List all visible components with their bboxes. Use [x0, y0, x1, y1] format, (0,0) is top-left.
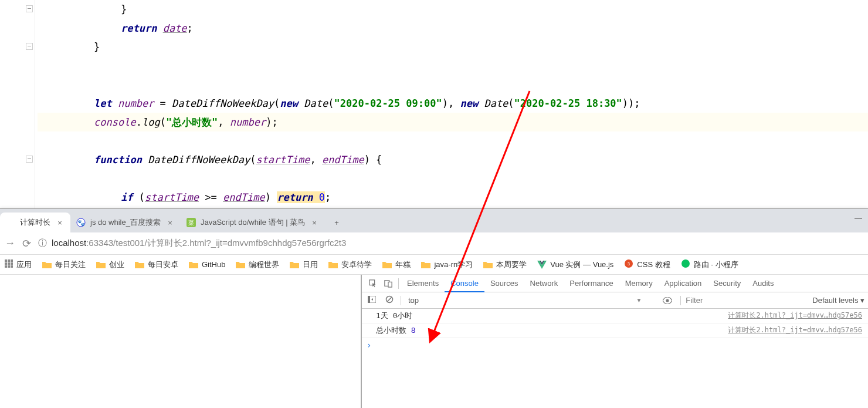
console-sidebar-toggle-icon[interactable] — [365, 296, 378, 305]
reload-button[interactable]: ⟳ — [22, 237, 31, 250]
bookmark-item[interactable]: 每日安卓 — [135, 259, 178, 270]
tab-title: JavaScript do/while 语句 | 菜鸟 — [201, 217, 305, 228]
folder-icon — [483, 261, 493, 268]
svg-point-24 — [666, 299, 669, 302]
devtools-tab-application[interactable]: Application — [659, 275, 708, 292]
code-body[interactable]: }return date;}let number = DateDiffNoWee… — [38, 0, 868, 208]
bookmark-label: 每日安卓 — [148, 259, 178, 270]
bookmark-item[interactable]: 3CSS 教程 — [624, 259, 670, 270]
browser-tab[interactable]: 🐾js do while_百度搜索× — [70, 213, 181, 232]
device-toggle-icon[interactable] — [381, 279, 396, 288]
code-line[interactable] — [38, 75, 868, 94]
code-editor[interactable]: }return date;}let number = DateDiffNoWee… — [0, 0, 868, 208]
devtools-tab-network[interactable]: Network — [524, 275, 564, 292]
tab-title: 计算时长 — [20, 217, 50, 228]
bookmark-item[interactable]: 路由 · 小程序 — [681, 259, 738, 270]
live-expression-icon[interactable] — [663, 297, 676, 304]
bookmark-label: 每日关注 — [55, 259, 86, 270]
inspect-icon[interactable] — [365, 279, 381, 288]
console-row[interactable]: 总小时数 8计算时长2.html?_ijt=dmvv…hdg57e56 — [362, 323, 868, 338]
bookmark-item[interactable]: 应用 — [5, 259, 32, 270]
folder-icon — [290, 261, 299, 268]
bookmark-item[interactable]: 创业 — [96, 259, 124, 270]
fold-marker-icon[interactable] — [26, 156, 33, 163]
code-line[interactable] — [38, 131, 868, 150]
devtools-panel: ElementsConsoleSourcesNetworkPerformance… — [361, 275, 868, 408]
editor-gutter — [0, 0, 35, 208]
tab-title: js do while_百度搜索 — [90, 217, 161, 228]
wechat-icon — [681, 259, 690, 270]
devtools-tab-audits[interactable]: Audits — [747, 275, 779, 292]
devtools-tab-security[interactable]: Security — [707, 275, 747, 292]
folder-icon — [421, 261, 430, 268]
browser-tab[interactable]: 计算时长× — [0, 213, 70, 232]
svg-rect-5 — [5, 259, 7, 262]
code-line[interactable]: } — [38, 38, 868, 56]
bookmark-item[interactable]: 年糕 — [382, 259, 411, 270]
svg-rect-12 — [8, 265, 10, 268]
bookmark-item[interactable]: 本周要学 — [483, 259, 527, 270]
site-info-icon[interactable]: ⓘ — [38, 238, 47, 249]
fold-marker-icon[interactable] — [26, 43, 33, 50]
window-controls: — — [855, 214, 862, 222]
apps-icon — [5, 259, 13, 269]
bookmarks-bar: 应用每日关注创业每日安卓GitHub编程世界日用安卓待学年糕java-rn学习本… — [0, 255, 868, 275]
console-source-link[interactable]: 计算时长2.html?_ijt=dmvv…hdg57e56 — [728, 311, 862, 321]
console-source-link[interactable]: 计算时长2.html?_ijt=dmvv…hdg57e56 — [728, 325, 862, 336]
execution-context[interactable]: top — [406, 296, 421, 305]
context-dropdown-icon[interactable]: ▼ — [636, 297, 642, 304]
devtools-tab-performance[interactable]: Performance — [564, 275, 619, 292]
filter-input[interactable] — [686, 296, 803, 305]
folder-icon — [135, 261, 144, 268]
bookmark-item[interactable]: 安卓待学 — [328, 259, 372, 270]
code-line[interactable]: console.log("总小时数", number); — [38, 113, 868, 131]
bookmark-item[interactable]: GitHub — [189, 260, 225, 269]
close-tab-icon[interactable]: × — [165, 218, 175, 227]
browser-toolbar: → ⟳ ⓘ localhost:63343/test001/计算时长2.html… — [0, 232, 868, 255]
bookmark-item[interactable]: java-rn学习 — [421, 259, 473, 270]
devtools-tab-sources[interactable]: Sources — [484, 275, 524, 292]
console-output[interactable]: 1天 0小时计算时长2.html?_ijt=dmvv…hdg57e56总小时数 … — [362, 309, 868, 408]
bookmark-item[interactable]: Vue 实例 — Vue.js — [537, 259, 613, 270]
svg-rect-13 — [11, 265, 13, 268]
code-line[interactable]: if (startTime >= endTime) return 0; — [38, 188, 868, 207]
code-line[interactable] — [38, 56, 868, 75]
bookmark-label: 安卓待学 — [341, 259, 372, 270]
folder-icon — [42, 261, 52, 268]
code-line[interactable] — [38, 169, 868, 188]
svg-rect-19 — [388, 282, 392, 287]
devtools-tab-elements[interactable]: Elements — [401, 275, 445, 292]
close-tab-icon[interactable]: × — [55, 218, 65, 227]
forward-button[interactable]: → — [5, 237, 15, 249]
code-line[interactable]: } — [38, 0, 868, 19]
fold-marker-icon[interactable] — [26, 5, 33, 12]
console-row[interactable]: 1天 0小时计算时长2.html?_ijt=dmvv…hdg57e56 — [362, 309, 868, 323]
svg-point-16 — [681, 259, 690, 268]
svg-rect-9 — [8, 262, 10, 265]
log-levels-dropdown[interactable]: Default levels ▾ — [812, 296, 864, 305]
address-bar[interactable]: ⓘ localhost:63343/test001/计算时长2.html?_ij… — [38, 235, 863, 252]
close-tab-icon[interactable]: × — [310, 218, 319, 227]
bookmark-label: Vue 实例 — Vue.js — [550, 259, 613, 270]
browser-tab[interactable]: 菜JavaScript do/while 语句 | 菜鸟× — [181, 213, 325, 232]
devtools-tabbar: ElementsConsoleSourcesNetworkPerformance… — [362, 275, 868, 292]
code-line[interactable]: return date; — [38, 19, 868, 38]
bookmark-label: 本周要学 — [496, 259, 527, 270]
devtools-tab-memory[interactable]: Memory — [619, 275, 659, 292]
devtools-tab-console[interactable]: Console — [445, 275, 484, 292]
bookmark-item[interactable]: 每日关注 — [42, 259, 86, 270]
clear-console-icon[interactable] — [383, 295, 396, 305]
code-line[interactable]: function DateDiffNoWeekDay(startTime, en… — [38, 150, 868, 169]
console-prompt[interactable]: › — [362, 338, 868, 352]
bookmark-item[interactable]: 编程世界 — [236, 259, 279, 270]
new-tab-button[interactable]: + — [328, 214, 345, 231]
minimize-icon[interactable]: — — [855, 214, 862, 222]
url-text: localhost:63343/test001/计算时长2.html?_ijt=… — [52, 238, 346, 249]
bookmark-item[interactable]: 日用 — [290, 259, 318, 270]
baidu-favicon: 🐾 — [76, 218, 86, 227]
bookmark-label: 年糕 — [395, 259, 411, 270]
code-line[interactable]: let number = DateDiffNoWeekDay(new Date(… — [38, 94, 868, 113]
vue-icon — [537, 261, 547, 269]
bookmark-label: 路由 · 小程序 — [694, 259, 738, 270]
content-split: ElementsConsoleSourcesNetworkPerformance… — [0, 275, 868, 408]
